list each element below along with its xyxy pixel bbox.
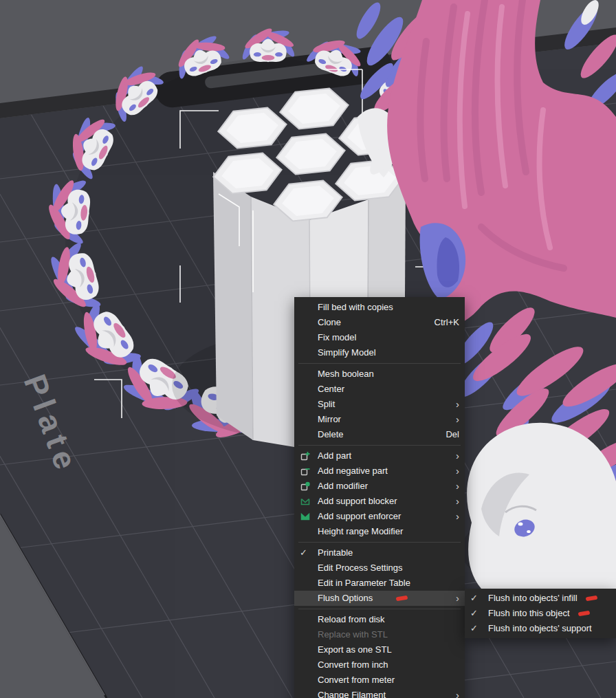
menu-item-edit-in-parameter-table[interactable]: Edit in Parameter Table xyxy=(294,576,465,591)
submenu-item-flush-into-objects-infill[interactable]: ✓ Flush into objects' infill xyxy=(465,591,616,606)
menu-item-clone[interactable]: Clone Ctrl+K xyxy=(294,315,465,330)
menu-item-center[interactable]: Center xyxy=(294,382,465,397)
submenu-item-flush-into-objects-support[interactable]: ✓ Flush into objects' support xyxy=(465,621,616,636)
menu-item-simplify-model[interactable]: Simplify Model xyxy=(294,345,465,360)
menu-separator xyxy=(298,363,461,364)
submenu-arrow-icon: › xyxy=(451,510,459,523)
menu-item-split[interactable]: Split › xyxy=(294,397,465,412)
menu-item-export-as-one-stl[interactable]: Export as one STL xyxy=(294,642,465,657)
flush-capsule-icon xyxy=(396,596,408,602)
checkmark-icon: ✓ xyxy=(300,545,307,560)
flush-capsule-icon xyxy=(578,611,590,617)
menu-item-edit-process-settings[interactable]: Edit Process Settings xyxy=(294,560,465,576)
checkmark-icon: ✓ xyxy=(470,606,478,621)
slicer-viewport: { "scene": { "plate_label": "Plate", "co… xyxy=(0,0,616,698)
add-part-icon xyxy=(300,450,318,461)
add-modifier-icon xyxy=(300,481,318,492)
add-support-enforcer-icon xyxy=(300,511,318,522)
add-support-blocker-icon xyxy=(300,496,318,507)
menu-item-add-part[interactable]: Add part › xyxy=(294,448,465,463)
menu-item-add-negative-part[interactable]: Add negative part › xyxy=(294,463,465,479)
flush-options-submenu: ✓ Flush into objects' infill ✓ Flush int… xyxy=(465,589,616,638)
submenu-arrow-icon: › xyxy=(451,464,459,478)
menu-item-add-support-enforcer[interactable]: Add support enforcer › xyxy=(294,509,465,524)
menu-item-mirror[interactable]: Mirror › xyxy=(294,412,465,427)
menu-item-change-filament[interactable]: Change Filament › xyxy=(294,688,465,698)
menu-separator xyxy=(298,542,461,543)
menu-item-height-range-modifier[interactable]: Height range Modifier xyxy=(294,524,465,539)
checkmark-icon: ✓ xyxy=(470,621,478,636)
flush-capsule-icon xyxy=(585,596,597,602)
menu-item-delete[interactable]: Delete Del xyxy=(294,427,465,442)
context-menu: Fill bed with copies Clone Ctrl+K Fix mo… xyxy=(294,297,465,698)
menu-item-convert-from-inch[interactable]: Convert from inch xyxy=(294,657,465,673)
submenu-arrow-icon: › xyxy=(451,397,459,411)
menu-item-reload-from-disk[interactable]: Reload from disk xyxy=(294,612,465,627)
submenu-arrow-icon: › xyxy=(451,413,459,426)
menu-item-mesh-boolean[interactable]: Mesh boolean xyxy=(294,367,465,382)
shortcut-delete: Del xyxy=(446,427,459,442)
menu-item-fix-model[interactable]: Fix model xyxy=(294,330,465,345)
submenu-arrow-icon: › xyxy=(451,591,459,605)
menu-item-add-modifier[interactable]: Add modifier › xyxy=(294,479,465,494)
submenu-arrow-icon: › xyxy=(451,494,459,508)
shortcut-clone: Ctrl+K xyxy=(434,315,459,330)
submenu-arrow-icon: › xyxy=(451,688,459,698)
menu-item-replace-with-stl: Replace with STL xyxy=(294,627,465,642)
checkmark-icon: ✓ xyxy=(470,591,478,606)
menu-item-flush-options[interactable]: Flush Options › xyxy=(294,591,465,606)
add-negative-part-icon xyxy=(300,466,318,477)
submenu-arrow-icon: › xyxy=(451,479,459,493)
submenu-item-flush-into-this-object[interactable]: ✓ Flush into this object xyxy=(465,606,616,621)
menu-separator xyxy=(298,445,461,446)
menu-item-convert-from-meter[interactable]: Convert from meter xyxy=(294,673,465,688)
submenu-arrow-icon: › xyxy=(451,449,459,463)
menu-item-printable[interactable]: ✓ Printable xyxy=(294,545,465,560)
menu-item-fill-bed-with-copies[interactable]: Fill bed with copies xyxy=(294,300,465,315)
menu-separator xyxy=(298,609,461,609)
menu-item-add-support-blocker[interactable]: Add support blocker › xyxy=(294,494,465,509)
